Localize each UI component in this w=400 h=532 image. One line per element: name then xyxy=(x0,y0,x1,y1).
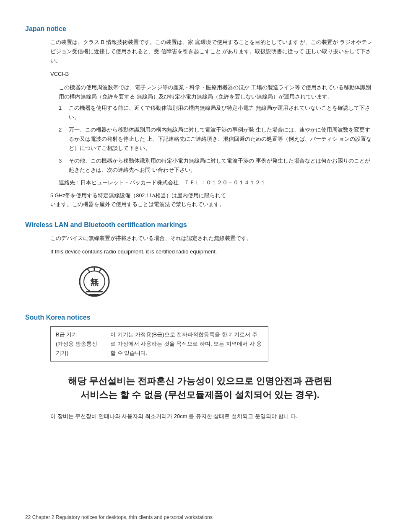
japan-item-1-text: この機器を使用する前に、近くで移動体識別用の構内無線局及び特定小電力 無線局が運… xyxy=(69,103,375,122)
japan-item-3-num: 3 xyxy=(59,156,66,175)
japan-notice-title: Japan notice xyxy=(25,25,375,33)
japan-list-item-3: 3 その他、この機器から移動体識別用の特定小電力無線局に対して電波干渉の 事例が… xyxy=(59,156,375,175)
japan-notice-section: Japan notice この装置は、クラス B 情報技術装置です。この装置は、… xyxy=(25,25,375,209)
svg-text:無: 無 xyxy=(90,277,99,287)
japan-inner-box: この機器の使用周波数帯では、電子レンジ等の産業・科学・医療用機器のほか 工場の製… xyxy=(50,83,375,186)
japan-vcci: VCCI-B xyxy=(50,70,375,79)
korea-table-left: B급 기기(가정용 방송통신기기) xyxy=(51,326,105,361)
wireless-body: このデバイスに無線装置が搭載されている場合、それは認定された無線装置です。 If… xyxy=(25,234,375,304)
wireless-section: Wireless LAN and Bluetooth certification… xyxy=(25,221,375,304)
japan-list-item-2: 2 万一、この機器から移動体識別用の構内無線局に対して電波干渉の事例が発 生した… xyxy=(59,125,375,153)
korea-table-row: B급 기기(가정용 방송통신기기) 이 기기는 가정용(B급)으로 전자파적합등… xyxy=(51,326,268,361)
wireless-para1: このデバイスに無線装置が搭載されている場合、それは認定された無線装置です。 xyxy=(50,234,375,243)
korea-table-right: 이 기기는 가정용(B급)으로 전자파적합등록을 한 기기로서 주 로 가정에서… xyxy=(105,326,268,361)
korea-big-line2: 서비스는 할 수 없음 (무선모듈제품이 설치되어 있는 경우). xyxy=(25,388,375,402)
wireless-title: Wireless LAN and Bluetooth certification… xyxy=(25,221,375,229)
japan-numbered-list: 1 この機器を使用する前に、近くで移動体識別用の構内無線局及び特定小電力 無線局… xyxy=(59,103,375,175)
svg-line-3 xyxy=(87,269,90,272)
japan-list-item-1: 1 この機器を使用する前に、近くで移動体識別用の構内無線局及び特定小電力 無線局… xyxy=(59,103,375,122)
japan-item-2-text: 万一、この機器から移動体識別用の構内無線局に対して電波干渉の事例が発 生した場合… xyxy=(69,125,375,153)
korea-big-line1: 해당 무선설비는 전파혼신 가능성이 있으므로 인명안전과 관련된 xyxy=(25,374,375,388)
japan-item-1-num: 1 xyxy=(59,103,66,122)
footer-text: 22 Chapter 2 Regulatory notices for desk… xyxy=(25,514,213,520)
japan-contact: 連絡先：日本ヒューレット・パッカード株式会社 ＴＥＬ：０１２０－０１４１２１ xyxy=(59,179,375,186)
japan-ghz-note: 5 GHz帯を使用する特定無線設備（802.11a相当）は屋内使用に限られて い… xyxy=(50,191,375,209)
svg-rect-6 xyxy=(86,291,103,292)
svg-rect-7 xyxy=(89,294,100,296)
korea-big-text: 해당 무선설비는 전파혼신 가능성이 있으므로 인명안전과 관련된 서비스는 할… xyxy=(25,374,375,402)
korea-small-note: 이 장비는 무선장비 안테나와 사용자의 최소거리가 20cm 를 유지한 상태… xyxy=(25,412,375,421)
japan-item-3-text: その他、この機器から移動体識別用の特定小電力無線局に対して電波干渉の 事例が発生… xyxy=(69,156,375,175)
japan-para1: この装置は、クラス B 情報技術装置です。この装置は、家 庭環境で使用することを… xyxy=(50,38,375,65)
south-korea-section: South Korea notices B급 기기(가정용 방송통신기기) 이 … xyxy=(25,314,375,421)
wireless-para2: If this device contains radio equipment,… xyxy=(50,247,375,256)
certification-icon: 無 xyxy=(75,265,113,298)
japan-inner-para: この機器の使用周波数帯では、電子レンジ等の産業・科学・医療用機器のほか 工場の製… xyxy=(59,83,375,101)
page-footer: 22 Chapter 2 Regulatory notices for desk… xyxy=(25,514,375,520)
korea-table: B급 기기(가정용 방송통신기기) 이 기기는 가정용(B급)으로 전자파적합등… xyxy=(50,326,268,362)
japan-item-2-num: 2 xyxy=(59,125,66,153)
japan-notice-body: この装置は、クラス B 情報技術装置です。この装置は、家 庭環境で使用することを… xyxy=(25,38,375,209)
korea-table-wrapper: B급 기기(가정용 방송통신기기) 이 기기는 가정용(B급)으로 전자파적합등… xyxy=(25,326,375,362)
svg-line-4 xyxy=(99,269,101,272)
south-korea-title: South Korea notices xyxy=(25,314,375,321)
